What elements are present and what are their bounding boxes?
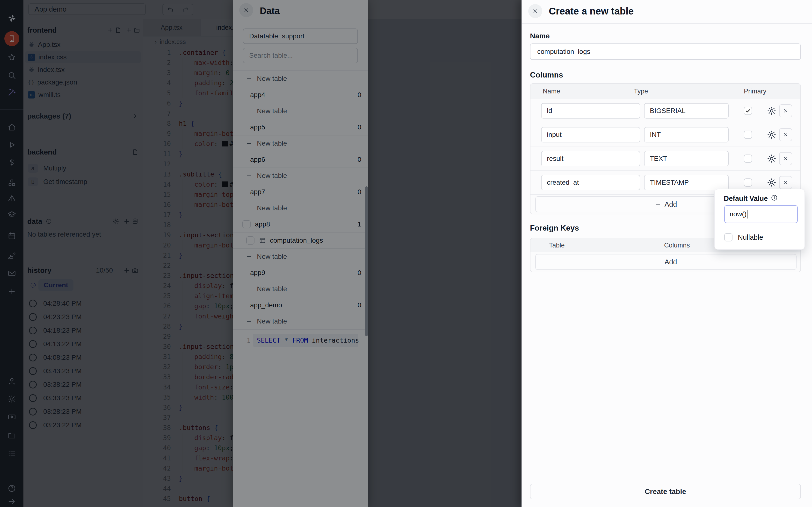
add-foreign-key-button[interactable]: Add [535,254,797,270]
text-caret [747,210,748,219]
create-table-drawer: Create a new table Name computation_logs… [521,0,812,507]
column-row-id: idBIGSERIAL [530,99,800,123]
create-table-button[interactable]: Create table [530,484,801,499]
col-header-name: Name [543,88,560,95]
primary-checkbox[interactable] [744,155,752,163]
info-icon[interactable] [771,194,778,201]
column-name-input[interactable]: id [541,103,640,119]
table-name-input[interactable]: computation_logs [530,44,801,60]
foreign-keys-label: Foreign Keys [530,224,579,232]
nullable-label: Nullable [738,233,763,241]
column-type-input[interactable]: INT [644,127,729,143]
remove-column-icon[interactable] [779,176,792,189]
column-name-input[interactable]: result [541,151,640,166]
remove-column-icon[interactable] [779,128,792,141]
columns-table-header: Name Type Primary [530,84,800,99]
primary-checkbox[interactable] [744,131,752,139]
column-type-input[interactable]: TEXT [644,151,729,166]
name-label: Name [530,32,550,40]
col-header-primary: Primary [744,88,766,95]
columns-label: Columns [530,70,563,79]
primary-checkbox[interactable] [744,107,752,115]
column-settings-gear-icon[interactable] [767,178,776,187]
column-name-input[interactable]: created_at [541,175,640,190]
column-row-input: inputINT [530,123,800,147]
default-value-input[interactable]: now() [724,205,798,223]
plus-icon [655,201,661,207]
fk-header-columns: Columns [664,241,690,249]
add-fk-row: Add [530,252,800,272]
column-settings-gear-icon[interactable] [767,154,776,163]
nullable-checkbox[interactable] [724,233,732,241]
default-value-popup: Default Value now() Nullable [714,189,805,249]
fk-header-table: Table [549,241,565,249]
column-type-input[interactable]: BIGSERIAL [644,103,729,119]
column-settings-gear-icon[interactable] [767,106,776,116]
close-icon[interactable] [528,4,542,18]
remove-column-icon[interactable] [779,104,792,117]
plus-icon [655,259,661,265]
primary-checkbox[interactable] [744,178,752,187]
column-name-input[interactable]: input [541,127,640,143]
column-row-result: resultTEXT [530,147,800,171]
column-type-input[interactable]: TIMESTAMP [644,175,729,190]
dim-overlay-drawer [0,0,521,507]
drawer-title: Create a new table [549,6,633,17]
default-value-label: Default Value [724,194,768,203]
remove-column-icon[interactable] [779,152,792,165]
column-settings-gear-icon[interactable] [767,130,776,139]
col-header-type: Type [634,88,648,95]
